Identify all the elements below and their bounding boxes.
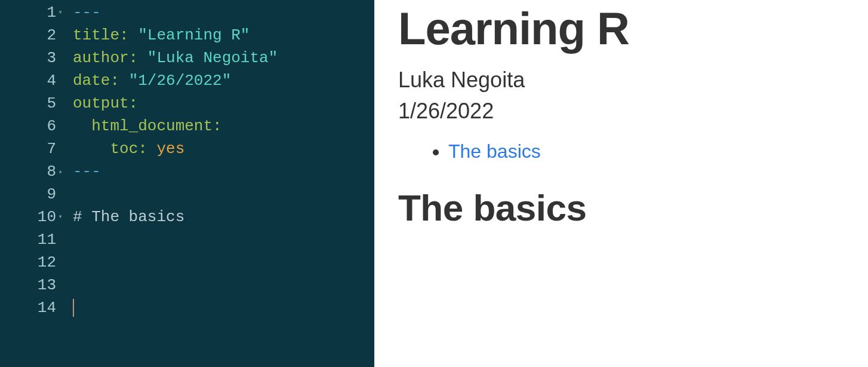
line-number: 12 (0, 251, 56, 274)
code-line[interactable]: --- (73, 160, 374, 183)
line-number: 3 (0, 47, 56, 69)
code-line[interactable] (73, 251, 374, 274)
line-number: 1▾ (0, 1, 56, 24)
html-preview-pane: Learning R Luka Negoita 1/26/2022 The ba… (374, 0, 868, 367)
code-line[interactable]: author: "Luka Negoita" (73, 47, 374, 69)
text-cursor (73, 299, 74, 317)
table-of-contents: The basics (398, 140, 844, 163)
line-number: 9 (0, 183, 56, 206)
line-number: 7 (0, 137, 56, 160)
line-number: 2 (0, 24, 56, 47)
toc-item: The basics (448, 140, 844, 163)
preview-date: 1/26/2022 (398, 99, 844, 124)
line-number: 5 (0, 92, 56, 115)
line-number: 11 (0, 228, 56, 251)
preview-author: Luka Negoita (398, 68, 844, 93)
line-number: 8▴ (0, 160, 56, 183)
code-line[interactable]: --- (73, 1, 374, 24)
code-line[interactable]: toc: yes (73, 137, 374, 160)
preview-body: The basics (398, 186, 844, 229)
code-line[interactable]: date: "1/26/2022" (73, 69, 374, 92)
code-editor-pane[interactable]: 1▾2345678▴910▾11121314 ---title: "Learni… (0, 0, 374, 367)
code-line[interactable] (73, 183, 374, 206)
code-line[interactable]: title: "Learning R" (73, 24, 374, 47)
code-line[interactable] (73, 296, 374, 319)
preview-title: Learning R (398, 2, 844, 54)
preview-heading: The basics (398, 186, 844, 229)
line-number: 13 (0, 274, 56, 296)
toc-link[interactable]: The basics (448, 140, 541, 162)
line-number: 10▾ (0, 206, 56, 228)
code-line[interactable] (73, 274, 374, 296)
line-number-gutter: 1▾2345678▴910▾11121314 (0, 1, 60, 367)
code-line[interactable]: output: (73, 92, 374, 115)
code-line[interactable] (73, 228, 374, 251)
line-number: 4 (0, 69, 56, 92)
code-line[interactable]: # The basics (73, 206, 374, 228)
code-area[interactable]: ---title: "Learning R"author: "Luka Nego… (60, 1, 374, 367)
line-number: 14 (0, 296, 56, 319)
code-line[interactable]: html_document: (73, 115, 374, 137)
line-number: 6 (0, 115, 56, 137)
